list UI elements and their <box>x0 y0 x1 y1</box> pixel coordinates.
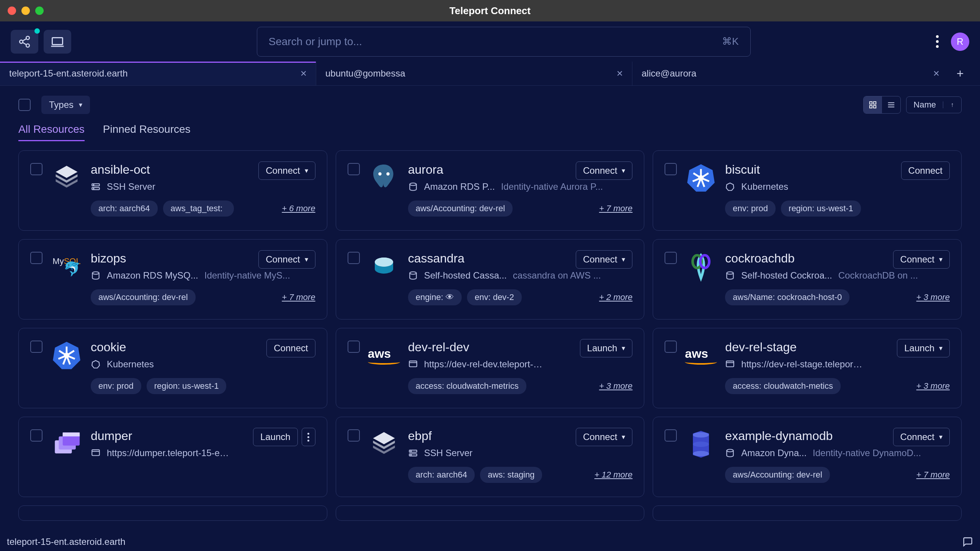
more-tags-link[interactable]: + 12 more <box>595 470 633 480</box>
resource-kind: Amazon RDS MySQ... <box>107 270 198 281</box>
status-cluster: teleport-15-ent.asteroid.earth <box>7 536 126 547</box>
svg-point-2 <box>26 44 29 47</box>
close-window-icon[interactable] <box>8 7 16 15</box>
resource-checkbox[interactable] <box>348 163 360 175</box>
resource-icon: aws <box>368 339 400 372</box>
resource-checkbox[interactable] <box>30 252 42 264</box>
connect-button[interactable]: Connect▾ <box>576 161 632 180</box>
action-label: Connect <box>583 432 617 442</box>
resource-tag[interactable]: arch: aarch64 <box>91 201 158 217</box>
svg-rect-10 <box>874 106 876 108</box>
resource-card: cockroachdb Connect▾ Self-hosted Cockroa… <box>653 239 962 320</box>
grid-view-button[interactable] <box>864 96 882 113</box>
resource-title: cookie <box>91 340 126 354</box>
more-tags-link[interactable]: + 2 more <box>599 292 632 302</box>
connect-button[interactable]: Connect▾ <box>893 428 950 446</box>
resource-checkbox[interactable] <box>348 341 360 353</box>
launch-button[interactable]: Launch <box>253 428 298 446</box>
resource-checkbox[interactable] <box>348 429 360 442</box>
resource-card: ebpf Connect▾ SSH Server arch: aarch64aw… <box>336 417 645 497</box>
resource-desc: Identity-native MyS... <box>204 270 290 281</box>
resource-checkbox[interactable] <box>30 341 42 353</box>
clusters-button[interactable] <box>11 30 38 54</box>
resource-card: MySQL🐬 bizops Connect▾ Amazon RDS MySQ..… <box>18 239 327 320</box>
svg-rect-58 <box>63 432 80 436</box>
subtab-all[interactable]: All Resources <box>18 123 85 141</box>
connect-button[interactable]: Launch▾ <box>897 339 950 357</box>
search-input[interactable]: Search or jump to... ⌘K <box>257 27 751 57</box>
minimize-window-icon[interactable] <box>21 7 30 15</box>
tab-session[interactable]: ubuntu@gombessa × <box>316 62 632 85</box>
close-icon[interactable]: × <box>301 67 307 80</box>
resource-icon: aws <box>684 339 717 372</box>
resource-tag[interactable]: aws/Accounting: dev-rel <box>408 201 513 217</box>
more-tags-link[interactable]: + 3 more <box>916 381 950 391</box>
action-label: Connect <box>583 165 617 176</box>
maximize-window-icon[interactable] <box>35 7 44 15</box>
resource-checkbox[interactable] <box>665 252 677 264</box>
svg-point-36 <box>375 258 393 267</box>
more-menu-button[interactable] <box>936 35 939 48</box>
connect-button[interactable]: Launch▾ <box>580 339 633 357</box>
sort-button[interactable]: Name ↑ <box>906 96 962 113</box>
more-tags-link[interactable]: + 7 more <box>282 292 315 302</box>
resource-checkbox[interactable] <box>348 252 360 264</box>
resource-tag[interactable]: access: cloudwatch-metics <box>725 378 841 394</box>
resource-checkbox[interactable] <box>30 429 42 442</box>
resource-tag[interactable]: env: prod <box>725 201 776 217</box>
resource-tag[interactable]: aws/Name: cockroach-host-0 <box>725 289 849 305</box>
resource-tag[interactable]: engine: 👁 <box>408 289 462 305</box>
resource-tag[interactable]: env: dev-2 <box>467 289 522 305</box>
resource-tag[interactable]: aws/Accounting: dev-rel <box>725 467 830 483</box>
more-tags-link[interactable]: + 6 more <box>282 204 315 214</box>
sort-direction-icon[interactable]: ↑ <box>943 101 961 108</box>
resource-checkbox[interactable] <box>665 341 677 353</box>
more-tags-link[interactable]: + 3 more <box>916 292 950 302</box>
connect-button[interactable]: Connect <box>901 161 950 180</box>
resource-tag[interactable]: aws: staging <box>480 467 542 483</box>
action-label: Connect <box>900 254 934 265</box>
resource-tag[interactable]: region: us-west-1 <box>781 201 861 217</box>
close-icon[interactable]: × <box>617 67 623 80</box>
connect-button[interactable]: Connect▾ <box>576 428 632 446</box>
svg-point-22 <box>386 172 389 175</box>
chevron-down-icon: ▾ <box>305 166 308 175</box>
resource-tag[interactable]: aws/Accounting: dev-rel <box>91 289 196 305</box>
terminal-button[interactable] <box>44 30 71 54</box>
connect-button[interactable]: Connect▾ <box>258 161 315 180</box>
resource-desc: Identity-native DynamoD... <box>813 448 921 458</box>
connect-button[interactable]: Connect▾ <box>893 250 950 269</box>
resource-tag[interactable]: arch: aarch64 <box>408 467 475 483</box>
types-filter-button[interactable]: Types ▾ <box>41 96 90 114</box>
resource-tag[interactable]: region: us-west-1 <box>147 378 227 394</box>
more-tags-link[interactable]: + 7 more <box>599 204 632 214</box>
types-label: Types <box>49 99 74 110</box>
resource-title: dumper <box>91 429 132 443</box>
tab-cluster[interactable]: teleport-15-ent.asteroid.earth × <box>0 62 316 85</box>
close-icon[interactable]: × <box>933 67 939 80</box>
connect-button[interactable]: Connect▾ <box>576 250 632 269</box>
action-more-button[interactable] <box>302 428 315 446</box>
avatar[interactable]: R <box>951 33 969 51</box>
connect-button[interactable]: Connect▾ <box>258 250 315 269</box>
subtab-pinned[interactable]: Pinned Resources <box>103 123 191 141</box>
kind-icon <box>725 448 735 458</box>
resource-card-placeholder <box>336 505 645 521</box>
select-all-checkbox[interactable] <box>18 99 31 111</box>
add-tab-button[interactable]: + <box>949 62 972 85</box>
resource-checkbox[interactable] <box>30 163 42 175</box>
resource-icon <box>684 161 717 194</box>
more-tags-link[interactable]: + 3 more <box>599 381 632 391</box>
more-tags-link[interactable]: + 7 more <box>916 470 950 480</box>
resource-tag[interactable]: aws_tag_test: <box>163 201 234 217</box>
connect-button[interactable]: Connect <box>266 339 315 357</box>
resource-checkbox[interactable] <box>665 163 677 175</box>
list-view-button[interactable] <box>882 96 900 113</box>
resource-checkbox[interactable] <box>665 429 677 442</box>
resource-tag[interactable]: access: cloudwatch-metrics <box>408 378 526 394</box>
tab-session[interactable]: alice@aurora × <box>632 62 949 85</box>
resource-kind: Self-hosted Cassa... <box>424 270 507 281</box>
chat-icon[interactable] <box>962 536 973 547</box>
resource-tag[interactable]: env: prod <box>91 378 141 394</box>
resource-desc: CockroachDB on ... <box>838 270 918 281</box>
